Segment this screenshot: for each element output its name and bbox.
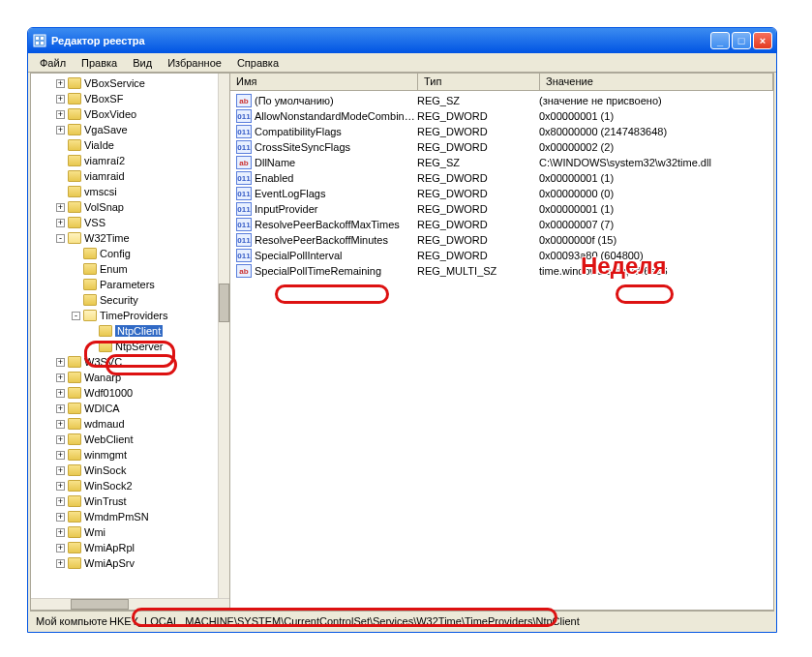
- expand-icon[interactable]: +: [56, 373, 65, 382]
- tree-label[interactable]: VgaSave: [84, 124, 128, 135]
- tree-item[interactable]: +Wmi: [33, 524, 216, 540]
- menu-file[interactable]: Файл: [32, 55, 74, 71]
- tree-item[interactable]: +WmiApRpl: [33, 540, 216, 555]
- tree-item[interactable]: +WebClient: [33, 432, 216, 447]
- tree-item[interactable]: +VBoxService: [33, 75, 216, 91]
- expand-icon[interactable]: +: [56, 389, 65, 398]
- expand-icon[interactable]: +: [56, 95, 65, 104]
- tree-item[interactable]: vmscsi: [33, 184, 216, 199]
- col-value[interactable]: Значение: [540, 74, 773, 90]
- scrollbar-thumb[interactable]: [219, 284, 229, 322]
- expand-icon[interactable]: +: [56, 451, 65, 460]
- expand-icon[interactable]: +: [56, 482, 65, 491]
- tree-label[interactable]: VBoxSF: [84, 93, 123, 105]
- tree-item[interactable]: +VolSnap: [33, 199, 216, 215]
- expand-icon[interactable]: +: [56, 466, 65, 475]
- tree-label[interactable]: TimeProviders: [100, 310, 168, 321]
- list-row[interactable]: 011InputProviderREG_DWORD0x00000001 (1): [230, 201, 773, 217]
- tree-label[interactable]: Parameters: [100, 279, 155, 290]
- list-row[interactable]: abDllNameREG_SZC:\WINDOWS\system32\w32ti…: [230, 155, 773, 170]
- tree-label[interactable]: viamraí2: [84, 155, 125, 166]
- tree-label[interactable]: Wmi: [84, 526, 105, 538]
- list-row[interactable]: ab(По умолчанию)REG_SZ(значение не присв…: [230, 93, 773, 108]
- collapse-icon[interactable]: -: [56, 234, 65, 243]
- tree-item[interactable]: Config: [33, 246, 216, 261]
- tree-item[interactable]: +Wanarp: [33, 370, 216, 385]
- menu-help[interactable]: Справка: [229, 55, 286, 71]
- menu-edit[interactable]: Правка: [74, 55, 125, 71]
- list-row[interactable]: 011EventLogFlagsREG_DWORD0x00000000 (0): [230, 186, 773, 201]
- list-row[interactable]: 011SpecialPollIntervalREG_DWORD0x00093a8…: [230, 248, 773, 263]
- list-row[interactable]: 011ResolvePeerBackoffMinutesREG_DWORD0x0…: [230, 232, 773, 248]
- tree-label[interactable]: WinSock: [84, 464, 126, 476]
- tree-item[interactable]: +WmiApSrv: [33, 555, 216, 571]
- tree-label[interactable]: NtpServer: [115, 341, 164, 352]
- list-body[interactable]: ab(По умолчанию)REG_SZ(значение не присв…: [230, 91, 773, 610]
- maximize-button[interactable]: □: [732, 32, 751, 49]
- tree-label[interactable]: Enum: [100, 263, 128, 275]
- tree-label[interactable]: WmiApSrv: [84, 557, 135, 569]
- tree-label[interactable]: WebClient: [84, 433, 134, 445]
- tree-label[interactable]: WinSock2: [84, 480, 133, 492]
- tree-item[interactable]: Enum: [33, 261, 216, 277]
- tree-scrollbar-h[interactable]: [31, 598, 229, 610]
- tree-item[interactable]: +W3SVC: [33, 354, 216, 370]
- expand-icon[interactable]: +: [56, 358, 65, 367]
- tree-body[interactable]: +VBoxService+VBoxSF+VBoxVideo+VgaSaveVia…: [31, 74, 218, 598]
- list-row[interactable]: 011ResolvePeerBackoffMaxTimesREG_DWORD0x…: [230, 217, 773, 232]
- col-type[interactable]: Тип: [418, 74, 540, 90]
- tree-label[interactable]: VolSnap: [84, 201, 124, 213]
- list-row[interactable]: 011CompatibilityFlagsREG_DWORD0x80000000…: [230, 124, 773, 139]
- expand-icon[interactable]: +: [56, 544, 65, 552]
- tree-item[interactable]: +VgaSave: [33, 122, 216, 137]
- expand-icon[interactable]: +: [56, 420, 65, 429]
- tree-label[interactable]: VBoxService: [84, 77, 145, 89]
- tree-item[interactable]: +VBoxVideo: [33, 106, 216, 122]
- tree-label[interactable]: VBoxVideo: [84, 108, 136, 120]
- list-row[interactable]: 011CrossSiteSyncFlagsREG_DWORD0x00000002…: [230, 139, 773, 155]
- col-name[interactable]: Имя: [230, 74, 418, 90]
- expand-icon[interactable]: +: [56, 126, 65, 134]
- tree-item[interactable]: -W32Time: [33, 230, 216, 246]
- tree-item[interactable]: +WDICA: [33, 401, 216, 416]
- tree-item[interactable]: -TimeProviders: [33, 308, 216, 323]
- expand-icon[interactable]: +: [56, 203, 65, 212]
- tree-item[interactable]: viamraí2: [33, 153, 216, 168]
- tree-label[interactable]: Security: [100, 294, 138, 306]
- tree-label[interactable]: WinTrust: [84, 495, 127, 507]
- expand-icon[interactable]: +: [56, 435, 65, 444]
- tree-label[interactable]: W32Time: [84, 232, 130, 244]
- tree-label[interactable]: WDICA: [84, 403, 120, 414]
- tree-item[interactable]: +wdmaud: [33, 416, 216, 432]
- menu-view[interactable]: Вид: [125, 55, 160, 71]
- tree-scrollbar-v[interactable]: [218, 74, 229, 598]
- tree-label[interactable]: ViaIde: [84, 139, 114, 151]
- tree-label[interactable]: W3SVC: [84, 356, 122, 368]
- tree-item[interactable]: +winmgmt: [33, 447, 216, 463]
- tree-item[interactable]: Parameters: [33, 277, 216, 292]
- list-row[interactable]: abSpecialPollTimeRemainingREG_MULTI_SZti…: [230, 263, 773, 279]
- expand-icon[interactable]: +: [56, 404, 65, 413]
- tree-item[interactable]: +WinTrust: [33, 493, 216, 509]
- tree-item[interactable]: Security: [33, 292, 216, 308]
- list-row[interactable]: 011EnabledREG_DWORD0x00000001 (1): [230, 170, 773, 186]
- minimize-button[interactable]: _: [710, 32, 730, 49]
- expand-icon[interactable]: +: [56, 528, 65, 537]
- tree-label[interactable]: vmscsi: [84, 186, 117, 197]
- tree-item[interactable]: NtpClient: [33, 323, 216, 339]
- expand-icon[interactable]: +: [56, 497, 65, 506]
- scrollbar-thumb[interactable]: [71, 599, 129, 610]
- tree-label[interactable]: Wdf01000: [84, 387, 133, 399]
- tree-label[interactable]: Config: [100, 248, 131, 259]
- tree-label[interactable]: winmgmt: [84, 449, 127, 461]
- expand-icon[interactable]: +: [56, 79, 65, 88]
- tree-label[interactable]: Wanarp: [84, 372, 121, 383]
- tree-item[interactable]: NtpServer: [33, 339, 216, 354]
- tree-item[interactable]: +VBoxSF: [33, 91, 216, 106]
- tree-item[interactable]: +WinSock: [33, 463, 216, 478]
- collapse-icon[interactable]: -: [72, 312, 80, 320]
- tree-label[interactable]: NtpClient: [115, 325, 163, 337]
- menu-favorites[interactable]: Избранное: [160, 55, 229, 71]
- tree-item[interactable]: viamraid: [33, 168, 216, 184]
- tree-label[interactable]: WmiApRpl: [84, 542, 135, 553]
